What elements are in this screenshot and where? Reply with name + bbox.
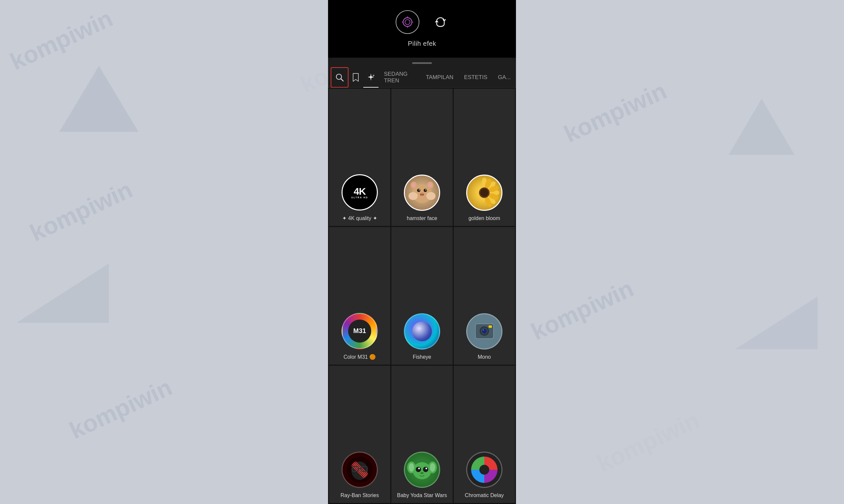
icon-mono bbox=[466, 313, 502, 349]
effect-hamster-label: hamster face bbox=[407, 215, 437, 221]
icon-rayban bbox=[342, 452, 378, 488]
svg-point-45 bbox=[413, 462, 431, 479]
golden-svg bbox=[469, 178, 499, 208]
pilih-efek-label: Pilih efek bbox=[408, 40, 436, 48]
hamster-svg bbox=[407, 178, 437, 208]
bookmark-icon bbox=[352, 73, 360, 82]
effects-icon-button[interactable] bbox=[396, 10, 419, 34]
polaroid-svg bbox=[474, 322, 495, 340]
effect-fisheye[interactable]: Fisheye bbox=[391, 227, 453, 364]
tab-estetis[interactable]: ESTETIS bbox=[459, 67, 493, 88]
effect-babyyoda-label: Baby Yoda Star Wars bbox=[397, 492, 447, 499]
effect-4k-label: ✦ 4K quality ✦ bbox=[342, 215, 377, 221]
effect-mono-label: Mono bbox=[478, 354, 491, 360]
svg-point-15 bbox=[412, 183, 416, 187]
svg-point-11 bbox=[424, 189, 427, 192]
flip-camera-button[interactable] bbox=[433, 14, 448, 30]
bg-triangle-left bbox=[59, 66, 138, 132]
search-icon bbox=[335, 73, 344, 82]
effect-rayban[interactable]: Ray-Ban Stories bbox=[329, 366, 390, 503]
effect-mono[interactable]: Mono bbox=[454, 227, 515, 364]
effect-m31[interactable]: M31 Color M31 🟠 bbox=[329, 227, 390, 364]
bottom-sheet: SEDANG TREN TAMPILAN ESTETIS GA... 4K UL… bbox=[328, 58, 516, 504]
svg-point-32 bbox=[482, 329, 487, 334]
tab-bookmark[interactable] bbox=[348, 67, 363, 88]
svg-rect-34 bbox=[488, 325, 492, 328]
effects-grid: 4K ULTRA HD ✦ 4K quality ✦ bbox=[328, 88, 516, 504]
svg-point-7 bbox=[420, 193, 424, 196]
svg-point-51 bbox=[423, 467, 428, 472]
effects-icon bbox=[401, 16, 414, 28]
tab-search[interactable] bbox=[331, 67, 348, 88]
svg-point-8 bbox=[420, 194, 422, 195]
tab-tampilan[interactable]: TAMPILAN bbox=[421, 67, 459, 88]
tab-bar: SEDANG TREN TAMPILAN ESTETIS GA... bbox=[328, 67, 516, 88]
icon-chromatic bbox=[466, 452, 502, 488]
flip-icon bbox=[434, 16, 447, 28]
sparkle-icon bbox=[367, 73, 375, 82]
camera-icons-row bbox=[396, 10, 448, 34]
svg-point-10 bbox=[417, 189, 420, 192]
tab-sparkle[interactable] bbox=[363, 67, 379, 88]
phone-container: Pilih efek bbox=[328, 0, 516, 504]
svg-point-50 bbox=[416, 467, 421, 472]
bg-shape-left bbox=[16, 264, 109, 323]
effect-golden[interactable]: golden bloom bbox=[454, 89, 515, 226]
icon-babyyoda bbox=[404, 452, 440, 488]
icon-4k: 4K ULTRA HD bbox=[342, 174, 378, 211]
svg-point-5 bbox=[409, 192, 418, 200]
effect-4k[interactable]: 4K ULTRA HD ✦ 4K quality ✦ bbox=[329, 89, 390, 226]
bg-triangle-right bbox=[729, 99, 795, 155]
tab-ga[interactable]: GA... bbox=[493, 67, 516, 88]
svg-point-47 bbox=[409, 463, 414, 472]
svg-line-3 bbox=[341, 79, 343, 81]
svg-point-54 bbox=[420, 472, 424, 474]
effect-chromatic[interactable]: Chromatic Delay bbox=[454, 366, 515, 503]
svg-point-0 bbox=[403, 18, 412, 27]
rayban-svg bbox=[345, 455, 375, 485]
effect-golden-label: golden bloom bbox=[468, 215, 500, 221]
drag-handle[interactable] bbox=[412, 62, 432, 64]
effect-chromatic-label: Chromatic Delay bbox=[465, 492, 504, 499]
svg-point-9 bbox=[422, 194, 424, 195]
icon-fisheye bbox=[404, 313, 440, 349]
svg-point-52 bbox=[418, 468, 420, 469]
bg-shape-right bbox=[735, 296, 817, 349]
svg-point-2 bbox=[336, 74, 342, 79]
svg-point-17 bbox=[428, 183, 432, 187]
babyyoda-svg bbox=[407, 455, 437, 485]
effect-m31-label: Color M31 🟠 bbox=[344, 354, 376, 360]
icon-m31: M31 bbox=[342, 313, 378, 349]
svg-point-12 bbox=[419, 190, 420, 191]
svg-point-53 bbox=[426, 468, 427, 469]
svg-point-27 bbox=[480, 189, 488, 197]
effect-babyyoda[interactable]: Baby Yoda Star Wars bbox=[391, 366, 453, 503]
effect-rayban-label: Ray-Ban Stories bbox=[341, 492, 379, 499]
icon-hamster bbox=[404, 175, 440, 211]
svg-point-33 bbox=[483, 329, 484, 331]
icon-golden bbox=[466, 175, 502, 211]
effect-hamster[interactable]: hamster face bbox=[391, 89, 453, 226]
tab-sedang-tren[interactable]: SEDANG TREN bbox=[378, 67, 420, 88]
camera-top-area: Pilih efek bbox=[328, 0, 516, 58]
svg-point-1 bbox=[405, 19, 410, 24]
effect-fisheye-label: Fisheye bbox=[413, 354, 431, 360]
svg-point-6 bbox=[426, 192, 435, 200]
svg-point-13 bbox=[425, 190, 426, 191]
svg-point-49 bbox=[430, 463, 435, 472]
